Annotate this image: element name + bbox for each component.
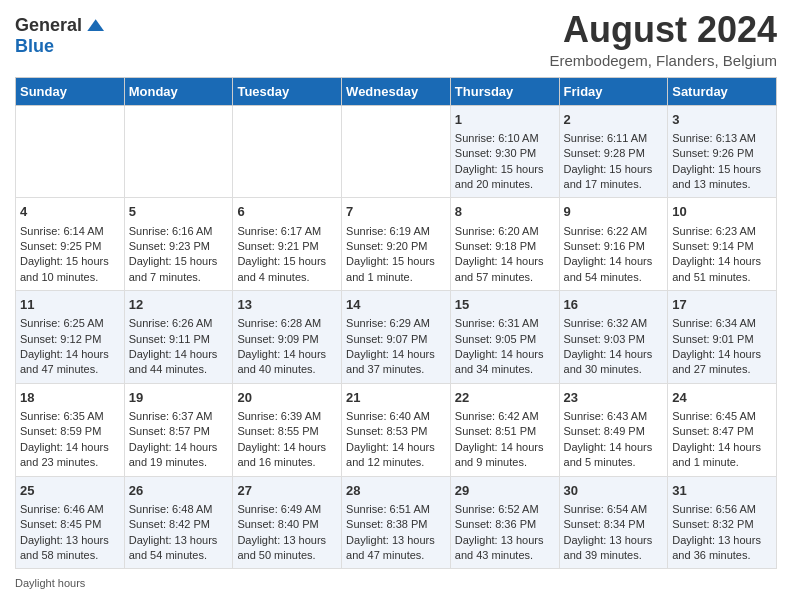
day-number: 11: [20, 296, 120, 314]
day-number: 1: [455, 111, 555, 129]
day-number: 16: [564, 296, 664, 314]
calendar-cell: 13Sunrise: 6:28 AM Sunset: 9:09 PM Dayli…: [233, 291, 342, 384]
day-number: 5: [129, 203, 229, 221]
day-content: Sunrise: 6:22 AM Sunset: 9:16 PM Dayligh…: [564, 224, 664, 286]
day-number: 6: [237, 203, 337, 221]
day-number: 13: [237, 296, 337, 314]
day-number: 17: [672, 296, 772, 314]
day-of-week-header: Thursday: [450, 77, 559, 105]
day-content: Sunrise: 6:25 AM Sunset: 9:12 PM Dayligh…: [20, 316, 120, 378]
day-number: 26: [129, 482, 229, 500]
day-content: Sunrise: 6:10 AM Sunset: 9:30 PM Dayligh…: [455, 131, 555, 193]
day-of-week-header: Monday: [124, 77, 233, 105]
calendar-cell: 1Sunrise: 6:10 AM Sunset: 9:30 PM Daylig…: [450, 105, 559, 198]
day-number: 10: [672, 203, 772, 221]
day-content: Sunrise: 6:28 AM Sunset: 9:09 PM Dayligh…: [237, 316, 337, 378]
day-content: Sunrise: 6:40 AM Sunset: 8:53 PM Dayligh…: [346, 409, 446, 471]
day-content: Sunrise: 6:37 AM Sunset: 8:57 PM Dayligh…: [129, 409, 229, 471]
calendar-header-row: SundayMondayTuesdayWednesdayThursdayFrid…: [16, 77, 777, 105]
day-content: Sunrise: 6:32 AM Sunset: 9:03 PM Dayligh…: [564, 316, 664, 378]
day-content: Sunrise: 6:56 AM Sunset: 8:32 PM Dayligh…: [672, 502, 772, 564]
day-number: 18: [20, 389, 120, 407]
day-content: Sunrise: 6:42 AM Sunset: 8:51 PM Dayligh…: [455, 409, 555, 471]
day-content: Sunrise: 6:17 AM Sunset: 9:21 PM Dayligh…: [237, 224, 337, 286]
day-number: 23: [564, 389, 664, 407]
day-content: Sunrise: 6:19 AM Sunset: 9:20 PM Dayligh…: [346, 224, 446, 286]
day-content: Sunrise: 6:54 AM Sunset: 8:34 PM Dayligh…: [564, 502, 664, 564]
location-subtitle: Erembodegem, Flanders, Belgium: [549, 52, 777, 69]
day-content: Sunrise: 6:26 AM Sunset: 9:11 PM Dayligh…: [129, 316, 229, 378]
calendar-cell: 26Sunrise: 6:48 AM Sunset: 8:42 PM Dayli…: [124, 476, 233, 569]
title-area: August 2024 Erembodegem, Flanders, Belgi…: [549, 10, 777, 69]
day-number: 25: [20, 482, 120, 500]
day-content: Sunrise: 6:35 AM Sunset: 8:59 PM Dayligh…: [20, 409, 120, 471]
calendar-week-row: 1Sunrise: 6:10 AM Sunset: 9:30 PM Daylig…: [16, 105, 777, 198]
calendar-cell: 27Sunrise: 6:49 AM Sunset: 8:40 PM Dayli…: [233, 476, 342, 569]
calendar-week-row: 25Sunrise: 6:46 AM Sunset: 8:45 PM Dayli…: [16, 476, 777, 569]
calendar-week-row: 4Sunrise: 6:14 AM Sunset: 9:25 PM Daylig…: [16, 198, 777, 291]
day-number: 27: [237, 482, 337, 500]
calendar-cell: 15Sunrise: 6:31 AM Sunset: 9:05 PM Dayli…: [450, 291, 559, 384]
calendar-cell: 20Sunrise: 6:39 AM Sunset: 8:55 PM Dayli…: [233, 383, 342, 476]
logo-icon: [84, 16, 104, 36]
day-of-week-header: Sunday: [16, 77, 125, 105]
calendar-cell: 19Sunrise: 6:37 AM Sunset: 8:57 PM Dayli…: [124, 383, 233, 476]
day-number: 21: [346, 389, 446, 407]
day-content: Sunrise: 6:20 AM Sunset: 9:18 PM Dayligh…: [455, 224, 555, 286]
calendar-cell: 3Sunrise: 6:13 AM Sunset: 9:26 PM Daylig…: [668, 105, 777, 198]
daylight-label: Daylight hours: [15, 577, 85, 589]
day-of-week-header: Wednesday: [342, 77, 451, 105]
day-number: 30: [564, 482, 664, 500]
day-number: 20: [237, 389, 337, 407]
day-number: 28: [346, 482, 446, 500]
day-content: Sunrise: 6:14 AM Sunset: 9:25 PM Dayligh…: [20, 224, 120, 286]
day-content: Sunrise: 6:52 AM Sunset: 8:36 PM Dayligh…: [455, 502, 555, 564]
day-content: Sunrise: 6:23 AM Sunset: 9:14 PM Dayligh…: [672, 224, 772, 286]
day-content: Sunrise: 6:16 AM Sunset: 9:23 PM Dayligh…: [129, 224, 229, 286]
calendar-cell: 18Sunrise: 6:35 AM Sunset: 8:59 PM Dayli…: [16, 383, 125, 476]
calendar-cell: [16, 105, 125, 198]
calendar-cell: [124, 105, 233, 198]
day-number: 22: [455, 389, 555, 407]
calendar-cell: 22Sunrise: 6:42 AM Sunset: 8:51 PM Dayli…: [450, 383, 559, 476]
day-number: 3: [672, 111, 772, 129]
day-of-week-header: Saturday: [668, 77, 777, 105]
calendar-cell: 2Sunrise: 6:11 AM Sunset: 9:28 PM Daylig…: [559, 105, 668, 198]
day-number: 19: [129, 389, 229, 407]
logo-general-text: General: [15, 15, 82, 36]
calendar-cell: 31Sunrise: 6:56 AM Sunset: 8:32 PM Dayli…: [668, 476, 777, 569]
calendar-cell: 25Sunrise: 6:46 AM Sunset: 8:45 PM Dayli…: [16, 476, 125, 569]
footer: Daylight hours: [15, 577, 777, 589]
calendar-cell: [342, 105, 451, 198]
day-content: Sunrise: 6:31 AM Sunset: 9:05 PM Dayligh…: [455, 316, 555, 378]
day-content: Sunrise: 6:49 AM Sunset: 8:40 PM Dayligh…: [237, 502, 337, 564]
calendar-cell: 14Sunrise: 6:29 AM Sunset: 9:07 PM Dayli…: [342, 291, 451, 384]
calendar-week-row: 18Sunrise: 6:35 AM Sunset: 8:59 PM Dayli…: [16, 383, 777, 476]
day-content: Sunrise: 6:48 AM Sunset: 8:42 PM Dayligh…: [129, 502, 229, 564]
calendar-week-row: 11Sunrise: 6:25 AM Sunset: 9:12 PM Dayli…: [16, 291, 777, 384]
calendar-cell: 11Sunrise: 6:25 AM Sunset: 9:12 PM Dayli…: [16, 291, 125, 384]
header: General Blue August 2024 Erembodegem, Fl…: [15, 10, 777, 69]
day-of-week-header: Tuesday: [233, 77, 342, 105]
day-content: Sunrise: 6:11 AM Sunset: 9:28 PM Dayligh…: [564, 131, 664, 193]
calendar-cell: 8Sunrise: 6:20 AM Sunset: 9:18 PM Daylig…: [450, 198, 559, 291]
calendar-table: SundayMondayTuesdayWednesdayThursdayFrid…: [15, 77, 777, 570]
day-content: Sunrise: 6:45 AM Sunset: 8:47 PM Dayligh…: [672, 409, 772, 471]
calendar-cell: 7Sunrise: 6:19 AM Sunset: 9:20 PM Daylig…: [342, 198, 451, 291]
day-number: 12: [129, 296, 229, 314]
calendar-cell: 29Sunrise: 6:52 AM Sunset: 8:36 PM Dayli…: [450, 476, 559, 569]
logo-blue-text: Blue: [15, 36, 54, 57]
calendar-cell: 24Sunrise: 6:45 AM Sunset: 8:47 PM Dayli…: [668, 383, 777, 476]
day-content: Sunrise: 6:13 AM Sunset: 9:26 PM Dayligh…: [672, 131, 772, 193]
day-of-week-header: Friday: [559, 77, 668, 105]
day-content: Sunrise: 6:46 AM Sunset: 8:45 PM Dayligh…: [20, 502, 120, 564]
day-content: Sunrise: 6:39 AM Sunset: 8:55 PM Dayligh…: [237, 409, 337, 471]
logo: General Blue: [15, 15, 104, 57]
day-number: 15: [455, 296, 555, 314]
day-number: 2: [564, 111, 664, 129]
day-number: 29: [455, 482, 555, 500]
svg-marker-0: [87, 19, 104, 31]
calendar-cell: 28Sunrise: 6:51 AM Sunset: 8:38 PM Dayli…: [342, 476, 451, 569]
calendar-cell: 30Sunrise: 6:54 AM Sunset: 8:34 PM Dayli…: [559, 476, 668, 569]
day-number: 31: [672, 482, 772, 500]
